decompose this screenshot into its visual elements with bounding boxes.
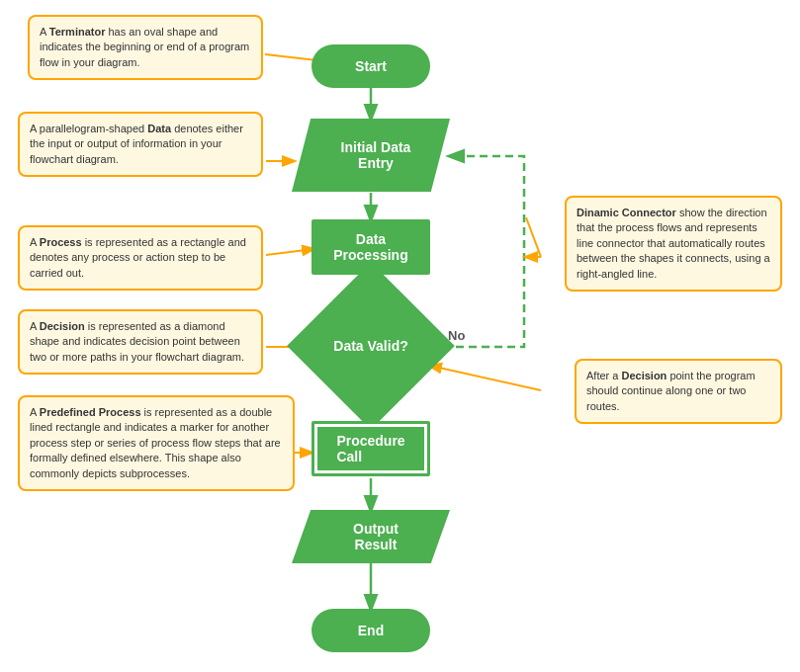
start-shape: Start xyxy=(311,44,430,88)
end-label: End xyxy=(358,623,384,638)
dynamic-bold: Dinamic Connector xyxy=(577,207,676,218)
predefined-annotation: A Predefined Process is represented as a… xyxy=(18,395,295,491)
dynamic-connector-annotation: Dinamic Connector show the direction tha… xyxy=(565,196,782,292)
output-result-shape: Output Result xyxy=(292,510,450,563)
data-annotation: A parallelogram-shaped Data denotes eith… xyxy=(18,112,263,177)
svg-line-14 xyxy=(526,217,541,257)
terminator-annotation: A Terminator has an oval shape and indic… xyxy=(28,15,263,80)
initial-data-label: Initial Data Entry xyxy=(341,139,411,171)
process-annotation: A Process is represented as a rectangle … xyxy=(18,225,263,291)
flowchart-container: No Yes Start Initial Data Entry Data Pro… xyxy=(0,0,800,672)
data-bold: Data xyxy=(147,123,171,134)
data-processing-label: Data Processing xyxy=(333,231,407,263)
decision-shape: Data Valid? xyxy=(311,302,430,389)
end-shape: End xyxy=(311,609,430,652)
process-bold: Process xyxy=(40,236,82,248)
initial-data-shape: Initial Data Entry xyxy=(292,119,450,192)
output-result-label: Output Result xyxy=(353,521,399,552)
procedure-call-label: Procedure Call xyxy=(336,433,404,464)
start-label: Start xyxy=(355,58,387,74)
decision-note-bold: Decision xyxy=(621,370,667,381)
decision-bold: Decision xyxy=(40,320,85,332)
predefined-bold: Predefined Process xyxy=(40,406,141,418)
decision-annotation: A Decision is represented as a diamond s… xyxy=(18,309,263,375)
svg-line-10 xyxy=(266,249,313,255)
svg-line-15 xyxy=(430,366,541,390)
procedure-call-shape: Procedure Call xyxy=(311,421,430,476)
decision-label: Data Valid? xyxy=(333,338,407,354)
terminator-bold: Terminator xyxy=(49,26,106,38)
decision-note-annotation: After a Decision point the program shoul… xyxy=(575,359,782,424)
